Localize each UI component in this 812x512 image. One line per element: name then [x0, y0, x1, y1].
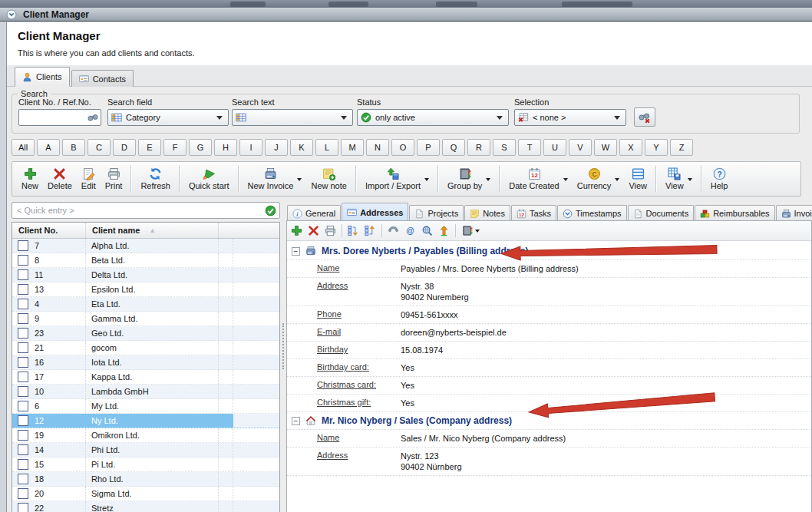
row-checkbox[interactable] — [18, 269, 28, 280]
add-address-button[interactable] — [291, 225, 302, 236]
email-button[interactable]: @ — [404, 225, 416, 236]
row-checkbox[interactable] — [18, 386, 28, 397]
alphabet-filter-r[interactable]: R — [467, 139, 490, 156]
client-row[interactable]: 12Ny Ltd. — [12, 414, 279, 428]
alphabet-filter-m[interactable]: M — [341, 139, 364, 156]
alphabet-filter-g[interactable]: G — [189, 139, 212, 156]
quick-start-button[interactable]: Quick start — [184, 166, 234, 192]
alphabet-filter-i[interactable]: I — [239, 139, 262, 156]
alphabet-filter-v[interactable]: V — [569, 139, 592, 156]
alphabet-filter-s[interactable]: S — [493, 139, 516, 156]
client-no-field[interactable] — [21, 112, 87, 123]
row-checkbox[interactable] — [18, 357, 28, 368]
client-row[interactable]: 23Geo Ltd. — [12, 326, 279, 341]
new-note-button[interactable]: New note — [306, 166, 351, 192]
field-label[interactable]: Birthday card: — [317, 362, 401, 373]
row-checkbox[interactable] — [18, 328, 28, 339]
client-row[interactable]: 20Sigma Ltd. — [12, 487, 279, 501]
search-text-select[interactable] — [232, 109, 353, 126]
date-created-button[interactable]: 12Date Created — [504, 166, 572, 192]
dropdown-caret-icon[interactable] — [615, 178, 619, 183]
refresh-button[interactable]: Refresh — [136, 166, 175, 192]
client-row[interactable]: 14Phi Ltd. — [12, 443, 279, 457]
client-row[interactable]: 19Omikron Ltd. — [12, 428, 279, 443]
client-row[interactable]: 7Alpha Ltd. — [12, 239, 279, 253]
dropdown-caret-icon[interactable] — [688, 178, 692, 183]
alphabet-filter-z[interactable]: Z — [670, 139, 693, 156]
alphabet-filter-d[interactable]: D — [113, 139, 136, 156]
client-row[interactable]: 18Rho Ltd. — [12, 472, 279, 487]
row-checkbox[interactable] — [18, 430, 28, 441]
client-row[interactable]: 4Eta Ltd. — [12, 297, 279, 312]
alphabet-filter-j[interactable]: J — [265, 139, 288, 156]
edit-button[interactable]: Edit — [77, 166, 101, 192]
alphabet-filter-h[interactable]: H — [214, 139, 237, 156]
field-label[interactable]: Phone — [317, 309, 401, 320]
alphabet-filter-f[interactable]: F — [163, 139, 186, 156]
row-checkbox[interactable] — [18, 488, 28, 499]
client-row[interactable]: 17Kappa Ltd. — [12, 370, 279, 385]
detail-tab-general[interactable]: iGeneral — [287, 205, 341, 220]
alphabet-filter-w[interactable]: W — [594, 139, 617, 156]
row-checkbox[interactable] — [18, 255, 28, 266]
group-by-button[interactable]: Group by — [443, 166, 495, 192]
help-button[interactable]: ?Help — [706, 166, 733, 192]
quick-entry-input[interactable] — [15, 205, 265, 216]
detail-tab-timestamps[interactable]: Timestamps — [557, 205, 627, 220]
alphabet-filter-o[interactable]: O — [391, 139, 414, 156]
detail-tab-reimbursables[interactable]: Reimbursables — [695, 205, 774, 220]
new-button[interactable]: New — [17, 166, 43, 192]
dropdown-caret-icon[interactable] — [475, 230, 480, 235]
row-checkbox[interactable] — [18, 415, 28, 426]
row-checkbox[interactable] — [18, 299, 28, 309]
field-label[interactable]: Christmas card: — [317, 380, 401, 391]
view-button[interactable]: View — [661, 166, 697, 192]
row-checkbox[interactable] — [18, 372, 28, 382]
panel-titlebar[interactable]: Client Manager — [0, 8, 812, 21]
new-invoice-button[interactable]: New Invoice — [243, 166, 307, 192]
collapse-all-button[interactable] — [365, 225, 376, 236]
alphabet-filter-y[interactable]: Y — [645, 139, 668, 156]
dropdown-caret-icon[interactable] — [563, 178, 568, 183]
alphabet-filter-n[interactable]: N — [366, 139, 389, 156]
client-row[interactable]: 13Epsilon Ltd. — [12, 282, 279, 297]
client-no-input[interactable] — [18, 109, 101, 126]
status-select[interactable]: only active — [357, 109, 509, 126]
web-search-button[interactable] — [421, 225, 433, 236]
clear-search-button[interactable] — [634, 107, 655, 127]
field-label[interactable]: E-mail — [317, 327, 401, 338]
row-checkbox[interactable] — [18, 444, 28, 455]
detail-tab-notes[interactable]: Notes — [464, 205, 510, 220]
client-row[interactable]: 6My Ltd. — [12, 399, 279, 414]
quick-entry-confirm-icon[interactable] — [265, 205, 276, 216]
client-row[interactable]: 9Gamma Ltd. — [12, 312, 279, 326]
field-label[interactable]: Address — [317, 281, 401, 302]
alphabet-filter-c[interactable]: C — [87, 139, 111, 156]
dropdown-caret-icon[interactable] — [424, 178, 429, 183]
client-row[interactable]: 21gocom — [12, 341, 279, 355]
client-row[interactable]: 11Delta Ltd. — [12, 268, 279, 282]
panel-splitter[interactable] — [280, 202, 286, 512]
dropdown-caret-icon[interactable] — [297, 178, 302, 183]
row-checkbox[interactable] — [18, 342, 28, 353]
dropdown-caret-icon[interactable] — [486, 178, 490, 183]
alphabet-filter-x[interactable]: X — [619, 139, 642, 156]
address-group-header[interactable]: −Mrs. Doree Nyberts / Payables (Billing … — [287, 243, 811, 260]
alphabet-filter-t[interactable]: T — [518, 139, 541, 156]
call-button[interactable] — [388, 225, 399, 236]
tab-clients[interactable]: Clients — [15, 67, 70, 87]
row-checkbox[interactable] — [18, 401, 28, 411]
alphabet-filter-all[interactable]: All — [12, 139, 35, 156]
delete-address-button[interactable] — [308, 225, 319, 236]
collapse-chevron-icon[interactable] — [6, 9, 17, 20]
field-label[interactable]: Christmas gift: — [317, 398, 401, 408]
column-header-client-name[interactable]: Client name ▲ — [86, 223, 219, 238]
row-checkbox[interactable] — [18, 474, 28, 484]
alphabet-filter-q[interactable]: Q — [442, 139, 465, 156]
delete-button[interactable]: Delete — [43, 166, 77, 192]
alphabet-filter-b[interactable]: B — [62, 139, 85, 156]
tab-contacts[interactable]: Contacts — [71, 70, 134, 87]
go-up-button[interactable] — [438, 225, 450, 236]
expand-all-button[interactable] — [348, 225, 359, 236]
quick-entry-bar[interactable] — [12, 202, 280, 219]
